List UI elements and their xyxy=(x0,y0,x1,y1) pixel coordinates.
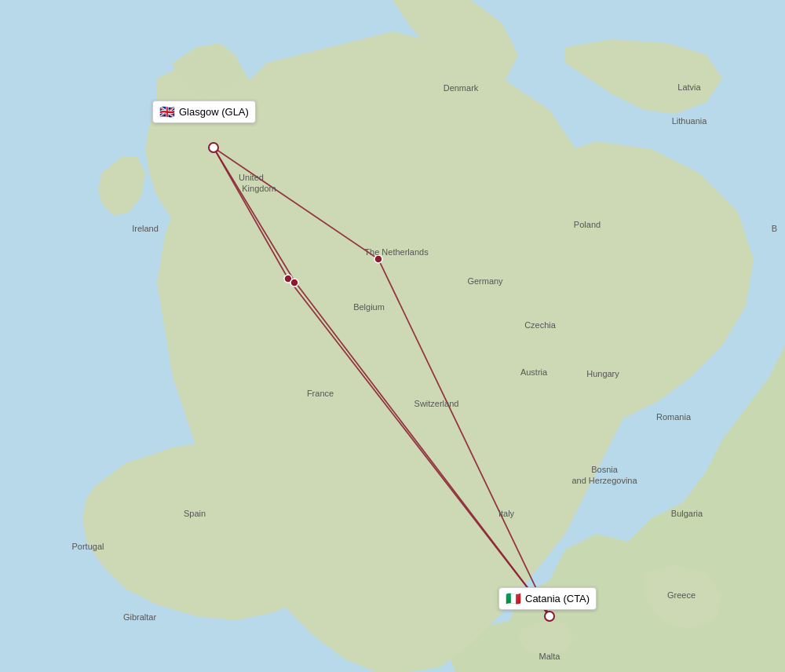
svg-text:Greece: Greece xyxy=(667,590,696,600)
svg-text:France: France xyxy=(307,389,334,398)
svg-text:Latvia: Latvia xyxy=(677,82,701,92)
svg-text:Italy: Italy xyxy=(498,509,515,518)
svg-text:The Netherlands: The Netherlands xyxy=(364,247,429,257)
svg-text:Lithuania: Lithuania xyxy=(672,116,708,126)
svg-text:Romania: Romania xyxy=(656,412,692,422)
svg-text:Portugal: Portugal xyxy=(72,542,104,551)
svg-text:Czechia: Czechia xyxy=(524,320,557,330)
svg-text:and Herzegovina: and Herzegovina xyxy=(571,476,637,485)
svg-text:Germany: Germany xyxy=(467,276,503,286)
map-container: Ireland United Kingdom Denmark Latvia Li… xyxy=(0,0,785,672)
svg-text:Poland: Poland xyxy=(574,220,601,229)
svg-text:Ireland: Ireland xyxy=(132,224,159,233)
svg-point-3 xyxy=(290,279,298,287)
svg-point-4 xyxy=(209,143,218,152)
svg-text:Gibraltar: Gibraltar xyxy=(123,612,157,622)
svg-text:Austria: Austria xyxy=(520,367,548,377)
catania-airport-label: 🇮🇹 Catania (CTA) xyxy=(498,587,597,610)
catania-flag: 🇮🇹 xyxy=(506,591,521,606)
svg-text:Hungary: Hungary xyxy=(586,369,619,378)
svg-text:Bosnia: Bosnia xyxy=(591,465,619,474)
svg-text:Malta: Malta xyxy=(539,652,561,661)
svg-point-5 xyxy=(545,612,554,621)
glasgow-airport-label: 🇬🇧 Glasgow (GLA) xyxy=(152,100,256,123)
svg-text:Bulgaria: Bulgaria xyxy=(671,509,703,518)
svg-text:Spain: Spain xyxy=(184,509,206,518)
svg-text:United: United xyxy=(239,173,264,182)
svg-text:Switzerland: Switzerland xyxy=(414,399,459,408)
svg-text:B: B xyxy=(772,224,777,233)
catania-airport-name: Catania (CTA) xyxy=(525,593,590,604)
svg-text:Kingdom: Kingdom xyxy=(242,184,276,193)
glasgow-flag: 🇬🇧 xyxy=(159,104,175,119)
svg-text:Denmark: Denmark xyxy=(444,83,479,93)
svg-text:Belgium: Belgium xyxy=(353,302,385,312)
glasgow-airport-name: Glasgow (GLA) xyxy=(179,106,249,118)
